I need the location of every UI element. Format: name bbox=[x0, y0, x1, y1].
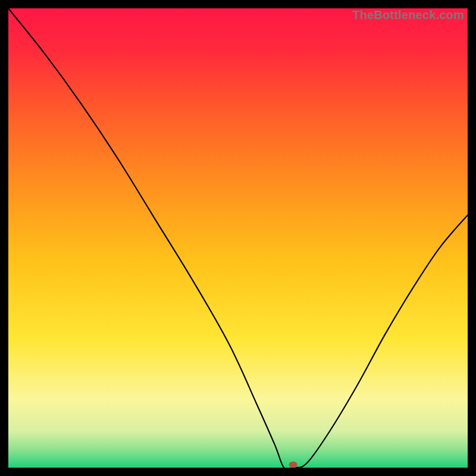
chart-background bbox=[8, 8, 468, 468]
bottleneck-chart bbox=[8, 8, 468, 468]
chart-frame: TheBottleneck.com bbox=[8, 8, 468, 468]
watermark-text: TheBottleneck.com bbox=[352, 8, 464, 22]
optimal-marker bbox=[289, 462, 298, 468]
